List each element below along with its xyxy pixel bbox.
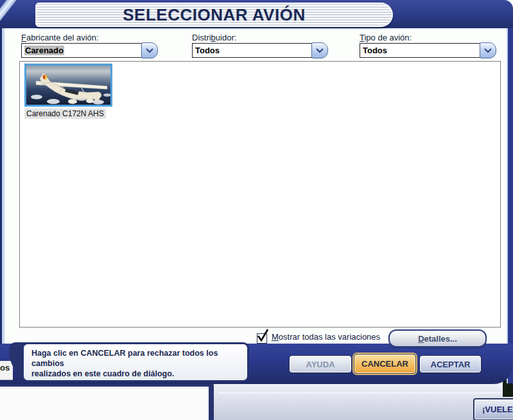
tooltip-line2: realizados en este cuadro de diálogo.	[31, 369, 247, 379]
help-button[interactable]: AYUDA	[289, 355, 352, 373]
publisher-dropdown-button[interactable]	[311, 42, 328, 58]
background-highlight-line	[218, 392, 513, 394]
publisher-dropdown[interactable]: Todos	[192, 43, 313, 58]
tooltip-bubble: Haga clic en CANCELAR para rechazar todo…	[22, 342, 249, 382]
accept-button[interactable]: ACEPTAR	[419, 355, 482, 373]
aircraft-name: Carenado C172N AHS	[24, 109, 106, 119]
manufacturer-value: Carenado	[24, 46, 64, 55]
chevron-down-icon	[146, 48, 153, 53]
title-plate: SELECCIONAR AVIÓN	[35, 3, 393, 27]
show-variations-label[interactable]: Mostrar todas las variaciones	[272, 332, 380, 342]
chevron-down-icon	[484, 48, 492, 53]
manufacturer-dropdown[interactable]: Carenado	[21, 43, 143, 58]
manufacturer-label: Fabricante del avión:	[21, 33, 99, 42]
type-dropdown[interactable]: Todos	[360, 43, 482, 58]
checkmark-icon	[256, 328, 270, 343]
occluded-window	[0, 383, 214, 420]
occluded-window-text: os	[0, 361, 13, 380]
aircraft-image	[26, 66, 110, 105]
type-label: Tipo de avión:	[360, 33, 412, 42]
publisher-label: Distribuidor:	[192, 33, 236, 42]
publisher-value: Todos	[195, 46, 220, 55]
page-title: SELECCIONAR AVIÓN	[123, 5, 305, 25]
type-value: Todos	[363, 46, 387, 55]
details-button[interactable]: Detalles...	[388, 329, 487, 347]
fly-now-button[interactable]: ¡VUELE Y	[473, 398, 513, 420]
fly-now-label: ¡VUELE	[482, 405, 513, 414]
tooltip-line1: Haga clic en CANCELAR para rechazar todo…	[31, 348, 247, 369]
chevron-down-icon	[316, 48, 324, 53]
select-aircraft-dialog: ¡VUELE Y SELECCIONAR AVIÓN Fabricante de…	[0, 0, 513, 420]
cancel-button[interactable]: CANCELAR	[354, 354, 416, 374]
dialog-frame-left	[0, 28, 4, 383]
dialog-frame-right	[507, 28, 513, 383]
manufacturer-dropdown-button[interactable]	[141, 42, 158, 58]
aircraft-thumbnail-selected[interactable]	[24, 64, 112, 107]
type-dropdown-button[interactable]	[480, 42, 496, 58]
